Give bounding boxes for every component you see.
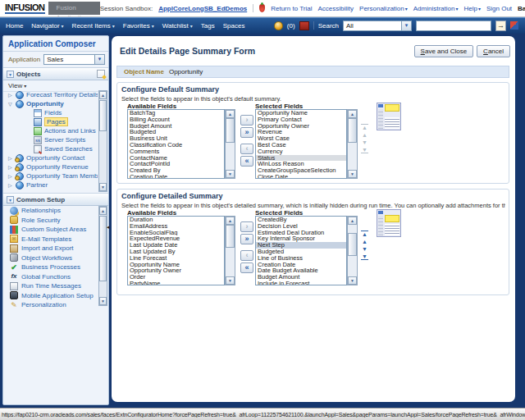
- available-field-option[interactable]: Opportunity Name: [128, 262, 224, 268]
- available-field-option[interactable]: ExpectedRevenue: [128, 235, 224, 242]
- scroll-up-button[interactable]: [99, 207, 107, 215]
- move-to-top-button[interactable]: ▲: [361, 231, 368, 237]
- move-all-right-button[interactable]: »: [240, 127, 253, 138]
- available-field-option[interactable]: Budgeted: [128, 129, 224, 135]
- navbar-item[interactable]: Recent Items: [72, 22, 115, 30]
- common-setup-item[interactable]: Personalization: [4, 300, 98, 307]
- available-field-option[interactable]: Comments: [128, 148, 224, 155]
- move-up-button[interactable]: ▲: [361, 132, 368, 138]
- available-field-option[interactable]: Line Forecast: [128, 255, 224, 262]
- available-field-option[interactable]: Order: [128, 274, 224, 281]
- selected-field-option[interactable]: Next Step: [256, 242, 346, 249]
- scroll-down-button[interactable]: [226, 170, 235, 178]
- scroll-thumb[interactable]: [348, 233, 357, 256]
- current-user-name[interactable]: Bala Gupta: [518, 5, 525, 12]
- scroll-thumb[interactable]: [226, 118, 235, 143]
- expand-toggle-icon[interactable]: [8, 101, 13, 107]
- tree-item[interactable]: Server Scripts: [4, 135, 98, 144]
- navbar-item[interactable]: Watchlist: [162, 22, 193, 30]
- common-setup-item[interactable]: Run Time Messages: [4, 281, 98, 291]
- selected-field-option[interactable]: Best Case: [256, 142, 346, 148]
- available-field-option[interactable]: Creation Date: [128, 174, 224, 179]
- selected-field-option[interactable]: CreateGroupSpaceSelection: [256, 167, 346, 174]
- create-object-icon[interactable]: [97, 70, 105, 78]
- expand-toggle-icon[interactable]: [8, 92, 13, 98]
- move-left-button[interactable]: ‹: [240, 250, 253, 261]
- search-go-button[interactable]: [495, 21, 506, 31]
- cancel-button[interactable]: Cancel: [477, 45, 510, 57]
- available-field-option[interactable]: Budget Amount: [128, 123, 224, 130]
- expand-toggle-icon[interactable]: [8, 173, 13, 179]
- scroll-thumb[interactable]: [99, 216, 107, 281]
- selected-field-option[interactable]: Decision Level: [256, 223, 346, 230]
- tree-item[interactable]: Opportunity Contact: [4, 153, 98, 162]
- save-and-close-button[interactable]: Save and Close: [414, 45, 474, 57]
- available-field-option[interactable]: ContactName: [128, 155, 224, 162]
- objects-tree-scrollbar[interactable]: [98, 90, 107, 192]
- common-setup-scrollbar[interactable]: [98, 206, 107, 306]
- common-setup-item[interactable]: Import and Export: [4, 244, 98, 253]
- expand-toggle-icon[interactable]: [8, 182, 13, 188]
- tree-item[interactable]: Pages: [4, 117, 98, 126]
- common-setup-item[interactable]: Global Functions: [4, 272, 98, 282]
- tree-item[interactable]: Opportunity Team Member: [4, 171, 98, 180]
- selected-field-option[interactable]: Budgeted: [256, 249, 346, 255]
- scroll-up-button[interactable]: [226, 217, 235, 225]
- available-field-option[interactable]: Billing Account: [128, 116, 224, 123]
- application-select[interactable]: Sales: [43, 54, 105, 65]
- available-field-option[interactable]: Opportunity Owner: [128, 267, 224, 274]
- navbar-item[interactable]: Favorites: [123, 22, 154, 30]
- navbar-item[interactable]: Tags: [201, 22, 215, 30]
- scroll-down-button[interactable]: [99, 297, 107, 305]
- selected-fields-scrollbar[interactable]: [347, 109, 358, 179]
- common-setup-item[interactable]: E-Mail Templates: [4, 235, 98, 244]
- move-all-right-button[interactable]: »: [240, 234, 253, 244]
- available-field-option[interactable]: Created By: [128, 167, 224, 174]
- move-all-left-button[interactable]: «: [240, 262, 253, 273]
- tree-item[interactable]: Saved Searches: [4, 144, 98, 153]
- selected-field-option[interactable]: Opportunity Owner: [256, 123, 346, 130]
- expand-toggle-icon[interactable]: [8, 155, 13, 161]
- available-field-option[interactable]: Last Updated By: [128, 249, 224, 255]
- selected-field-option[interactable]: Estimated Deal Duration: [256, 230, 346, 236]
- available-fields-scrollbar[interactable]: [225, 109, 235, 179]
- selected-field-option[interactable]: Primary Contact: [256, 116, 346, 123]
- available-field-option[interactable]: EnableSocialFlag: [128, 230, 224, 236]
- common-setup-section-header[interactable]: Common Setup: [3, 193, 108, 206]
- move-to-top-button[interactable]: ▲: [361, 124, 368, 130]
- selected-field-option[interactable]: Budget Amount: [256, 274, 346, 281]
- move-down-button[interactable]: ▼: [361, 139, 368, 145]
- available-fields-scrollbar[interactable]: [225, 216, 235, 285]
- common-setup-item[interactable]: Business Processes: [4, 262, 98, 272]
- selected-field-option[interactable]: Key Internal Sponsor: [256, 235, 346, 242]
- search-input[interactable]: [416, 21, 491, 31]
- advanced-search-icon[interactable]: [510, 21, 518, 30]
- available-field-option[interactable]: Duration: [128, 217, 224, 223]
- navbar-item[interactable]: Home: [6, 22, 23, 30]
- tree-item[interactable]: Forecast Territory Details: [4, 90, 98, 99]
- selected-field-option[interactable]: Close Date: [256, 174, 346, 179]
- available-field-option[interactable]: EmailAddress: [128, 223, 224, 230]
- tree-item[interactable]: Fields: [4, 108, 98, 117]
- global-link[interactable]: Administration: [413, 5, 459, 12]
- notification-bell-icon[interactable]: [274, 21, 283, 30]
- collapse-icon[interactable]: [7, 71, 14, 78]
- selected-field-option[interactable]: Worst Case: [256, 135, 346, 142]
- available-field-option[interactable]: BatchTag: [128, 110, 224, 116]
- global-link[interactable]: Return to Trial: [271, 5, 312, 12]
- common-setup-item[interactable]: Relationships: [4, 206, 98, 216]
- scroll-thumb[interactable]: [348, 118, 357, 143]
- tree-item[interactable]: Partner: [4, 180, 98, 189]
- scroll-up-button[interactable]: [348, 217, 357, 225]
- global-link[interactable]: Personalization: [359, 5, 408, 12]
- navbar-item[interactable]: Navigator: [31, 22, 63, 30]
- common-setup-item[interactable]: Mobile Application Setup: [4, 291, 98, 301]
- selected-field-option[interactable]: Status: [256, 155, 346, 162]
- scroll-up-button[interactable]: [348, 110, 357, 118]
- selected-field-option[interactable]: CreatedBy: [256, 217, 346, 223]
- calendar-icon[interactable]: [299, 21, 309, 30]
- scroll-down-button[interactable]: [99, 183, 107, 191]
- move-to-bottom-button[interactable]: ▼: [361, 253, 368, 260]
- available-field-option[interactable]: Classification Code: [128, 142, 224, 148]
- selected-field-option[interactable]: Revenue: [256, 129, 346, 135]
